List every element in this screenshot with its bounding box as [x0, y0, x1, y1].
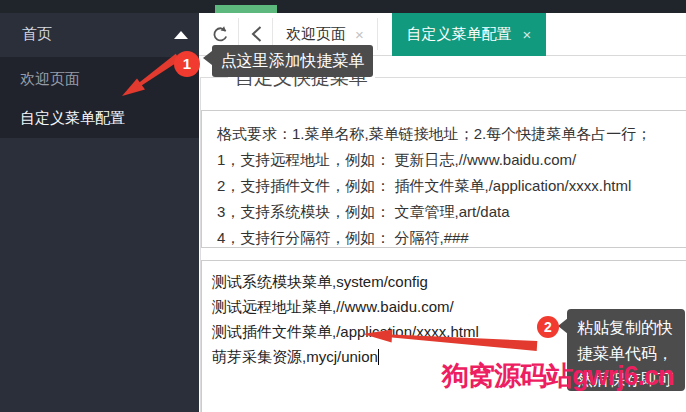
chevron-left-icon: [250, 25, 263, 43]
format-requirements-box: 格式要求：1.菜单名称,菜单链接地址；2.每个快捷菜单各占一行； 1，支持远程地…: [201, 110, 686, 248]
tab-welcome-page-label: 欢迎页面: [286, 25, 346, 44]
refresh-icon: [211, 25, 230, 44]
format-rule-line: 3，支持系统模块，例如： 文章管理,art/data: [202, 199, 686, 225]
top-bar: [0, 0, 686, 13]
tab-custom-menu-config[interactable]: 自定义菜单配置 ×: [392, 13, 546, 56]
format-rule-line: 4，支持行分隔符，例如： 分隔符,###: [202, 225, 686, 248]
toolbar-divider: [377, 18, 378, 50]
close-icon[interactable]: ×: [355, 26, 364, 43]
app-window: 首页 欢迎页面 自定义菜单配置 欢迎页面 × 自定义菜单配置: [0, 0, 686, 412]
collapse-arrow-icon: [174, 31, 188, 39]
annotation-badge-1: 1: [174, 51, 200, 77]
annotation-tooltip-add-menu: 点这里添加快捷菜单: [212, 45, 373, 77]
close-icon[interactable]: ×: [523, 26, 532, 43]
sidebar-submenu: 欢迎页面 自定义菜单配置: [0, 57, 199, 138]
topbar-progress-indicator: [215, 5, 277, 13]
tooltip-text-line: 粘贴复制的快: [577, 315, 685, 341]
watermark-text: 狗窝源码站gwrj6.cn: [442, 358, 674, 394]
sidebar: 首页 欢迎页面 自定义菜单配置: [0, 13, 199, 412]
tooltip-tail: [203, 51, 212, 65]
annotation-badge-2: 2: [537, 316, 559, 338]
format-rule-line: 1，支持远程地址，例如： 更新日志,//www.baidu.com/: [202, 147, 686, 173]
format-rule-line: 2，支持插件文件，例如： 插件文件菜单,/application/xxxx.ht…: [202, 173, 686, 199]
menu-entry-line: 测试系统模块菜单,system/config: [212, 269, 686, 294]
sidebar-item-welcome-page[interactable]: 欢迎页面: [0, 64, 199, 94]
sidebar-item-home[interactable]: 首页: [0, 13, 199, 57]
sidebar-item-home-label: 首页: [22, 25, 52, 44]
tab-custom-menu-config-label: 自定义菜单配置: [407, 25, 512, 44]
format-rule-line: 格式要求：1.菜单名称,菜单链接地址；2.每个快捷菜单各占一行；: [202, 121, 686, 147]
text-cursor: [378, 349, 379, 365]
sidebar-item-custom-menu-config[interactable]: 自定义菜单配置: [0, 103, 199, 133]
